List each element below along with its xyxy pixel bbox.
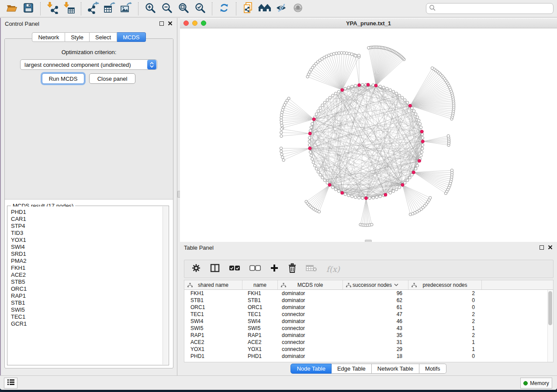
mcds-result-item[interactable]: RAP1 xyxy=(11,292,168,299)
network-node[interactable] xyxy=(311,123,314,125)
network-node[interactable] xyxy=(429,196,431,199)
network-node[interactable] xyxy=(414,113,417,115)
network-node[interactable] xyxy=(321,104,324,107)
network-node[interactable] xyxy=(416,164,419,167)
network-node[interactable] xyxy=(317,110,319,112)
export-network-button[interactable] xyxy=(86,2,100,16)
mcds-result-item[interactable]: YOX1 xyxy=(11,237,168,244)
network-node[interactable] xyxy=(404,99,406,101)
network-node[interactable] xyxy=(323,101,326,104)
network-node[interactable] xyxy=(326,99,329,101)
tab-motifs[interactable]: Motifs xyxy=(419,364,446,374)
network-node[interactable] xyxy=(280,127,283,130)
network-node[interactable] xyxy=(358,83,361,86)
open-file-button[interactable] xyxy=(4,2,19,16)
network-node[interactable] xyxy=(418,159,421,162)
network-node[interactable] xyxy=(358,196,360,199)
network-node[interactable] xyxy=(414,167,417,170)
mcds-result-item[interactable]: TEC1 xyxy=(11,313,168,320)
mcds-result-list[interactable]: PHD1CAR1STP4TID3YOX1SWI4SRD1PMA2FKH1ACE2… xyxy=(8,206,168,364)
column-header-shared-name[interactable]: shared name xyxy=(184,280,242,289)
mcds-result-item[interactable]: SWI5 xyxy=(11,306,168,313)
scrollbar-thumb[interactable] xyxy=(548,291,552,325)
network-node[interactable] xyxy=(334,92,337,95)
memory-button[interactable]: Memory xyxy=(520,378,552,389)
delete-table-button[interactable] xyxy=(306,264,317,274)
network-node[interactable] xyxy=(312,161,315,164)
tab-network-table[interactable]: Network Table xyxy=(372,364,419,374)
network-node[interactable] xyxy=(343,52,345,54)
network-node[interactable] xyxy=(421,137,424,139)
tab-edge-table[interactable]: Edge Table xyxy=(332,364,372,374)
column-header-successor-nodes[interactable]: successor nodes xyxy=(343,280,408,289)
search-box[interactable] xyxy=(426,3,554,14)
network-node[interactable] xyxy=(306,76,309,78)
task-history-button[interactable] xyxy=(4,378,17,389)
network-node[interactable] xyxy=(367,46,370,49)
network-node[interactable] xyxy=(351,85,353,88)
network-node[interactable] xyxy=(419,123,421,125)
network-node[interactable] xyxy=(364,196,367,199)
table-row[interactable]: FKH1FKH1dominator962 xyxy=(184,290,553,297)
delete-columns-button[interactable] xyxy=(288,263,297,275)
refresh-button[interactable] xyxy=(217,2,232,16)
network-node[interactable] xyxy=(313,164,316,167)
mcds-result-item[interactable]: FKH1 xyxy=(11,265,168,272)
import-table-button[interactable] xyxy=(62,2,76,16)
network-node[interactable] xyxy=(406,179,408,182)
column-header-MCDS-role[interactable]: MCDS role xyxy=(278,280,343,289)
network-node[interactable] xyxy=(401,183,404,186)
network-node[interactable] xyxy=(341,89,344,92)
table-row[interactable]: SWI5SWI5connector431 xyxy=(184,325,553,332)
network-node[interactable] xyxy=(421,144,424,146)
network-node[interactable] xyxy=(319,173,322,176)
network-node[interactable] xyxy=(308,132,311,135)
mcds-result-item[interactable]: PMA2 xyxy=(11,258,168,265)
network-node[interactable] xyxy=(354,196,356,199)
network-node[interactable] xyxy=(421,147,424,150)
deselect-all-columns-button[interactable] xyxy=(249,265,261,273)
float-panel-icon[interactable] xyxy=(540,245,544,250)
network-node[interactable] xyxy=(370,223,373,226)
mcds-result-item[interactable]: STB1 xyxy=(11,299,168,306)
column-header-predecessor-nodes[interactable]: predecessor nodes xyxy=(408,280,482,289)
network-node[interactable] xyxy=(347,194,350,196)
table-row[interactable]: ACE2ACE2connector311 xyxy=(184,339,553,346)
import-network-button[interactable] xyxy=(45,2,60,16)
network-node[interactable] xyxy=(341,191,344,194)
hide-selected-button[interactable] xyxy=(274,2,289,16)
clone-network-button[interactable] xyxy=(241,2,256,16)
network-node[interactable] xyxy=(328,183,331,186)
network-node[interactable] xyxy=(412,110,415,112)
network-node[interactable] xyxy=(280,119,283,121)
network-node[interactable] xyxy=(398,94,401,97)
network-node[interactable] xyxy=(421,140,424,143)
network-node[interactable] xyxy=(361,197,364,199)
mcds-result-item[interactable]: ACE2 xyxy=(11,272,168,279)
network-node[interactable] xyxy=(312,118,315,121)
optimization-criterion-dropdown[interactable]: largest connected component (undirected) xyxy=(20,59,157,70)
mcds-result-item[interactable]: GCR1 xyxy=(11,320,168,327)
network-node[interactable] xyxy=(419,154,422,157)
network-node[interactable] xyxy=(404,182,406,184)
network-node[interactable] xyxy=(379,195,381,198)
close-panel-icon[interactable] xyxy=(548,244,553,251)
show-column-button[interactable] xyxy=(210,264,220,274)
network-node[interactable] xyxy=(408,176,411,179)
zoom-selected-button[interactable] xyxy=(193,2,208,16)
table-row[interactable]: YOX1YOX1connector291 xyxy=(184,346,553,353)
network-node[interactable] xyxy=(326,182,329,184)
network-node[interactable] xyxy=(372,84,374,86)
network-node[interactable] xyxy=(386,87,388,90)
network-node[interactable] xyxy=(329,96,331,99)
mcds-result-item[interactable]: SWI4 xyxy=(11,244,168,251)
network-node[interactable] xyxy=(321,176,324,179)
network-node[interactable] xyxy=(384,193,387,196)
network-node[interactable] xyxy=(282,159,285,162)
network-node[interactable] xyxy=(348,52,350,55)
network-node[interactable] xyxy=(395,92,398,95)
network-node[interactable] xyxy=(375,196,378,199)
network-node[interactable] xyxy=(309,151,311,153)
close-panel-icon[interactable] xyxy=(168,20,173,28)
network-node[interactable] xyxy=(392,90,394,93)
